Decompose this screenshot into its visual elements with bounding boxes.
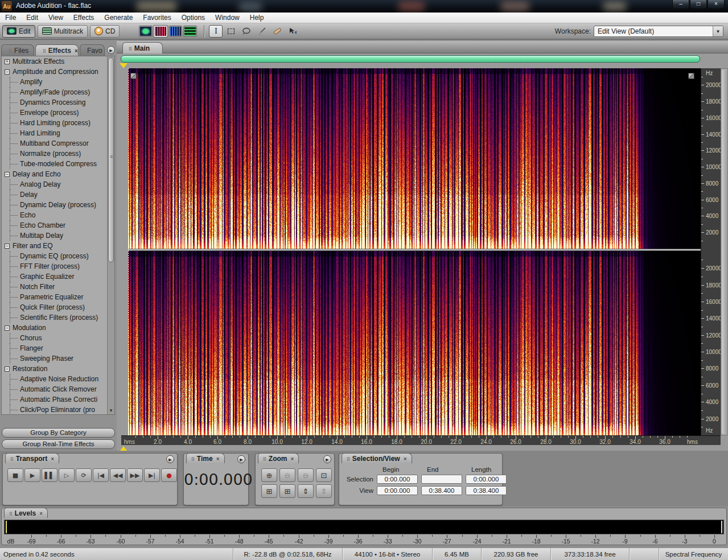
- group-real-time-effects-button[interactable]: Group Real-Time Effects: [2, 439, 115, 449]
- panel-menu-icon[interactable]: ▶: [166, 455, 174, 463]
- close-icon[interactable]: ×: [39, 510, 43, 517]
- zoom-out-vertically-button[interactable]: ⇕: [316, 484, 332, 498]
- panel-menu-icon[interactable]: ▶: [107, 46, 115, 54]
- tree-expander-icon[interactable]: −: [5, 69, 10, 75]
- title-bar[interactable]: Au Adobe Audition - flac.flac – □ ×: [0, 0, 728, 13]
- edit-view-button[interactable]: Edit: [2, 25, 35, 38]
- effects-tree-item[interactable]: Multiband Compressor: [2, 138, 114, 149]
- zoom-out-horizontally-button[interactable]: ⊖: [279, 468, 295, 482]
- effects-tree-category[interactable]: −Delay and Echo: [2, 169, 114, 179]
- effects-tree-category[interactable]: −Modulation: [2, 323, 114, 333]
- go-to-beginning-button[interactable]: |◀: [93, 468, 109, 482]
- effects-tree-category[interactable]: −Amplitude and Compression: [2, 67, 114, 77]
- record-button[interactable]: ●: [161, 468, 177, 482]
- effects-tree-item[interactable]: Analog Delay: [2, 179, 114, 190]
- effects-tree-category[interactable]: +Multitrack Effects: [2, 56, 114, 67]
- effects-tree-item[interactable]: Chorus: [2, 333, 114, 343]
- selection-handle-left-icon[interactable]: [130, 73, 137, 79]
- pause-button[interactable]: ▌▌: [42, 468, 57, 482]
- panel-menu-icon[interactable]: ▶: [237, 455, 245, 463]
- close-icon[interactable]: ×: [404, 456, 407, 462]
- rewind-button[interactable]: ◀◀: [110, 468, 126, 482]
- effects-tree-item[interactable]: Delay: [2, 190, 114, 200]
- close-icon[interactable]: ×: [216, 456, 220, 462]
- menu-favorites[interactable]: Favorites: [138, 13, 176, 22]
- view-end-field[interactable]: 0:38.400: [421, 486, 462, 495]
- selection-begin-field[interactable]: 0:00.000: [377, 475, 418, 484]
- effects-tree-item[interactable]: Adaptive Noise Reduction: [2, 374, 114, 384]
- effects-tree-item[interactable]: FFT Filter (process): [2, 261, 114, 271]
- zoom-in-selection-left-button[interactable]: ⊞: [261, 484, 277, 498]
- close-icon[interactable]: ×: [51, 456, 54, 462]
- effects-tree-item[interactable]: Tube-modeled Compress: [2, 159, 114, 169]
- zoom-in-selection-right-button[interactable]: ⊞: [279, 484, 295, 498]
- tree-expander-icon[interactable]: +: [5, 59, 10, 64]
- group-by-category-button[interactable]: Group By Category: [2, 428, 115, 438]
- menu-file[interactable]: File: [0, 13, 21, 22]
- fast-forward-button[interactable]: ▶▶: [127, 468, 143, 482]
- menu-generate[interactable]: Generate: [99, 13, 138, 22]
- selection-handle-right-icon[interactable]: [688, 73, 694, 79]
- spectral-pan-view-button[interactable]: [168, 26, 182, 37]
- maximize-button[interactable]: □: [690, 0, 707, 9]
- effects-tree-item[interactable]: Hard Limiting (process): [2, 118, 114, 128]
- frequency-ruler[interactable]: 2000018000160001400012000100008000600040…: [701, 68, 721, 435]
- vertical-scrollbar[interactable]: [721, 68, 728, 435]
- transport-panel-tab[interactable]: ⠿Transport×: [5, 453, 59, 463]
- menu-options[interactable]: Options: [176, 13, 210, 22]
- effects-tree-item[interactable]: Automatic Click Remover: [2, 384, 114, 394]
- effects-tree-vscrollbar[interactable]: ▼: [107, 56, 114, 414]
- tab-files[interactable]: ⠿Files: [1, 44, 34, 56]
- effects-tree-category[interactable]: −Filter and EQ: [2, 241, 114, 251]
- menu-edit[interactable]: Edit: [21, 13, 43, 22]
- effects-tree-item[interactable]: Multitap Delay: [2, 230, 114, 241]
- spectral-display[interactable]: [128, 68, 701, 435]
- play-looped-button[interactable]: ⟳: [76, 468, 92, 482]
- effects-tree-item[interactable]: Amplify/Fade (process): [2, 87, 114, 97]
- tree-expander-icon[interactable]: −: [5, 244, 10, 249]
- effects-tree-item[interactable]: Sweeping Phaser: [2, 353, 114, 364]
- effects-paintbrush-tool[interactable]: [255, 25, 269, 38]
- minimize-button[interactable]: –: [672, 0, 689, 9]
- menu-help[interactable]: Help: [245, 13, 269, 22]
- effects-tree-item[interactable]: Dynamics Processing: [2, 97, 114, 108]
- tree-expander-icon[interactable]: −: [5, 172, 10, 177]
- selection-view-panel-tab[interactable]: ⠿Selection/View×: [342, 453, 412, 463]
- effects-tree-item[interactable]: Scientific Filters (process): [2, 312, 114, 323]
- cd-view-button[interactable]: CD: [90, 25, 120, 38]
- chevron-down-icon[interactable]: ▼: [713, 26, 723, 36]
- view-length-field[interactable]: 0:38.400: [466, 486, 507, 495]
- time-ruler[interactable]: 2.04.06.08.010.012.014.016.018.020.022.0…: [121, 435, 721, 445]
- effects-tree-item[interactable]: Flanger: [2, 343, 114, 353]
- effects-tree-item[interactable]: Notch Filter: [2, 282, 114, 292]
- stop-button[interactable]: ■: [7, 468, 23, 482]
- scroll-down-icon[interactable]: ▼: [109, 408, 113, 413]
- effects-tree-item[interactable]: Amplify: [2, 77, 114, 87]
- close-icon[interactable]: ×: [75, 48, 78, 54]
- timeline-navigator-bar[interactable]: [121, 55, 700, 63]
- tab-main[interactable]: ⠿Main: [122, 42, 163, 53]
- time-display[interactable]: 0:00.000: [184, 471, 248, 488]
- go-to-end-button[interactable]: ▶|: [144, 468, 160, 482]
- effects-tree-item[interactable]: Parametric Equalizer: [2, 292, 114, 302]
- menu-window[interactable]: Window: [210, 13, 245, 22]
- selection-length-field[interactable]: 0:00.000: [466, 475, 507, 484]
- panel-menu-icon[interactable]: ▶: [323, 455, 331, 463]
- effects-tree-item[interactable]: Dynamic EQ (process): [2, 251, 114, 261]
- spectrogram-canvas[interactable]: [128, 68, 701, 435]
- workspace-dropdown[interactable]: Edit View (Default) ▼: [594, 26, 723, 37]
- effects-tree-item[interactable]: Dynamic Delay (process): [2, 200, 114, 210]
- lasso-selection-tool[interactable]: [240, 25, 253, 38]
- playhead-top-marker[interactable]: [120, 63, 127, 68]
- zoom-out-full-button[interactable]: ⊖: [298, 468, 314, 482]
- play-button[interactable]: ▶: [24, 468, 40, 482]
- selection-end-field[interactable]: [421, 475, 462, 484]
- effects-tree-item[interactable]: Click/Pop Eliminator (pro: [2, 405, 114, 415]
- spectral-frequency-view-button[interactable]: [154, 26, 167, 37]
- close-icon[interactable]: ×: [291, 456, 294, 462]
- effects-tree-item[interactable]: Envelope (process): [2, 108, 114, 118]
- time-panel-tab[interactable]: ⠿Time×: [186, 453, 225, 463]
- menu-effects[interactable]: Effects: [68, 13, 99, 22]
- play-from-cursor-button[interactable]: ▷: [59, 468, 75, 482]
- tab-favorites[interactable]: Favo: [80, 44, 105, 56]
